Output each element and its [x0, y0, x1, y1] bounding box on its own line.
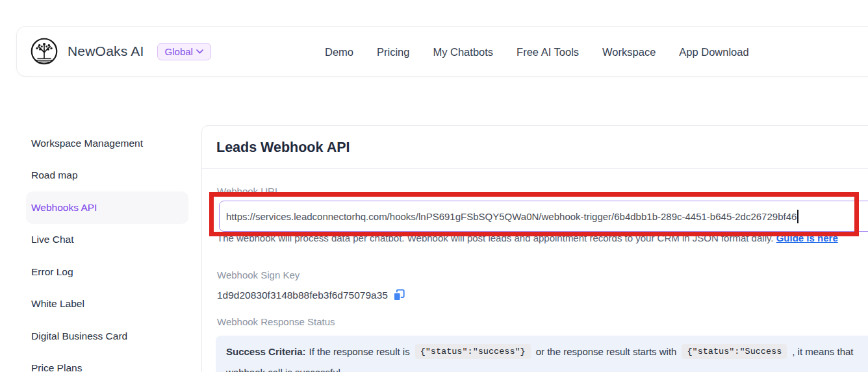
- brand-name: NewOaks AI: [68, 43, 144, 59]
- success-code-sample-1: {"status":"success"}: [415, 344, 531, 359]
- criteria-text-3: , it means that: [792, 346, 853, 357]
- webhook-url-input[interactable]: https://services.leadconnectorhq.com/hoo…: [219, 201, 868, 232]
- region-selector[interactable]: Global: [157, 43, 211, 60]
- webhook-sign-key-row: 1d9d20830f3148b88feb3f6d75079a35: [217, 289, 405, 301]
- main-title-row: Leads Webhook API: [202, 126, 868, 169]
- success-criteria-title: Success Criteria:: [226, 346, 306, 357]
- sidebar-item-workspace-management[interactable]: Workspace Management: [26, 127, 188, 160]
- success-criteria-box: Success Criteria: If the response result…: [216, 336, 868, 372]
- webhook-url-label: Webhook URL: [217, 186, 280, 197]
- sidebar: Workspace Management Road map Webhooks A…: [26, 127, 188, 372]
- webhook-url-description-text: The webhook will process data per chatbo…: [217, 232, 776, 243]
- sidebar-item-road-map[interactable]: Road map: [26, 160, 188, 192]
- copy-icon[interactable]: [393, 289, 405, 301]
- header: NewOaks AI Global Demo Pricing My Chatbo…: [16, 26, 868, 77]
- nav-item-my-chatbots[interactable]: My Chatbots: [433, 46, 493, 58]
- nav-item-workspace[interactable]: Workspace: [602, 46, 656, 58]
- page-title: Leads Webhook API: [216, 140, 350, 155]
- guide-link[interactable]: Guide is here: [776, 232, 838, 243]
- criteria-text-1: If the response result is: [309, 346, 410, 357]
- nav-item-pricing[interactable]: Pricing: [377, 46, 409, 58]
- criteria-text-2: or the response result starts with: [536, 346, 677, 357]
- webhook-sign-key-value: 1d9d20830f3148b88feb3f6d75079a35: [217, 290, 388, 301]
- sidebar-item-live-chat[interactable]: Live Chat: [26, 224, 188, 256]
- webhook-sign-key-label: Webhook Sign Key: [217, 269, 300, 280]
- success-criteria-line1: Success Criteria: If the response result…: [226, 344, 868, 359]
- sidebar-item-digital-business-card[interactable]: Digital Business Card: [26, 320, 188, 353]
- nav-item-free-ai-tools[interactable]: Free AI Tools: [517, 46, 579, 58]
- page: NewOaks AI Global Demo Pricing My Chatbo…: [0, 0, 868, 372]
- success-criteria-line2: webhook call is successful.: [226, 367, 868, 372]
- nav-item-app-download[interactable]: App Download: [679, 46, 748, 58]
- text-cursor: [797, 210, 798, 223]
- sidebar-item-price-plans[interactable]: Price Plans: [26, 353, 188, 372]
- webhook-response-status-label: Webhook Response Status: [217, 316, 335, 327]
- sidebar-item-white-label[interactable]: White Label: [26, 288, 188, 321]
- webhook-url-description: The webhook will process data per chatbo…: [217, 232, 838, 243]
- sidebar-item-error-log[interactable]: Error Log: [26, 256, 188, 288]
- region-label: Global: [165, 46, 193, 57]
- main-panel: Leads Webhook API: [201, 125, 868, 372]
- oak-tree-logo-icon: [30, 37, 58, 66]
- chevron-down-icon: [196, 49, 203, 54]
- sidebar-item-webhooks-api[interactable]: Webhooks API: [26, 192, 188, 224]
- webhook-url-value: https://services.leadconnectorhq.com/hoo…: [226, 211, 797, 222]
- success-code-sample-2: {"status":"Success: [682, 344, 787, 359]
- nav-item-demo[interactable]: Demo: [325, 46, 353, 58]
- top-nav: Demo Pricing My Chatbots Free AI Tools W…: [325, 27, 749, 77]
